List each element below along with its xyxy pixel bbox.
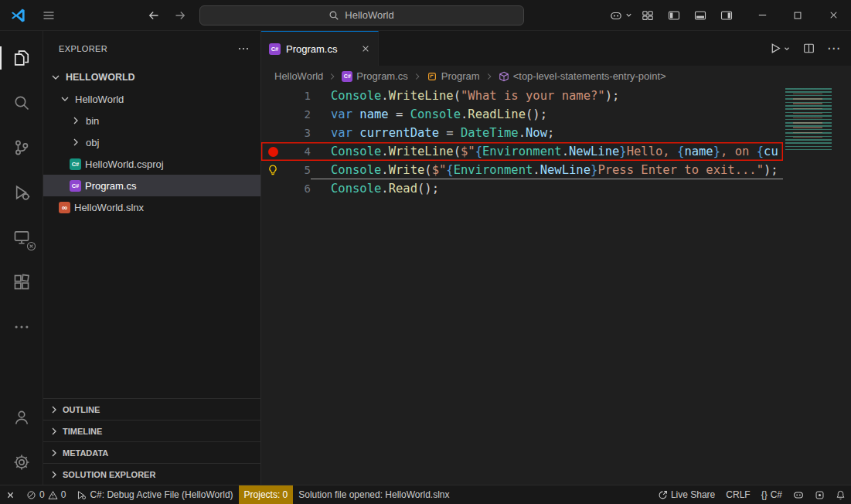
minimap[interactable] — [785, 88, 841, 150]
section-outline[interactable]: OUTLINE — [43, 398, 260, 420]
file-tree: HELLOWORLD HelloWorld bin obj C# HelloWo… — [43, 66, 260, 398]
csproj-file-icon: C# — [70, 158, 81, 170]
settings-gear-icon[interactable] — [0, 440, 43, 485]
chevron-right-icon — [412, 71, 423, 82]
tree-item-workspace-root[interactable]: HELLOWORLD — [43, 66, 260, 88]
run-debug-icon[interactable] — [0, 170, 43, 215]
close-button[interactable] — [815, 0, 851, 31]
tree-item-program-cs-file[interactable]: C# Program.cs — [43, 175, 260, 196]
breadcrumb-file[interactable]: C# Program.cs — [342, 70, 407, 82]
glyph-margin — [261, 87, 284, 105]
debug-icon — [77, 490, 87, 500]
code-line-4[interactable]: 4Console.WriteLine($"{Environment.NewLin… — [261, 142, 783, 161]
csharp-file-icon: C# — [269, 43, 281, 55]
tree-item-bin-folder[interactable]: bin — [43, 110, 260, 131]
solution-file-icon: ∞ — [59, 202, 70, 213]
explorer-icon[interactable] — [0, 36, 43, 80]
source-control-icon[interactable] — [0, 125, 43, 170]
tree-item-obj-folder[interactable]: obj — [43, 131, 260, 153]
title-bar: HelloWorld — [0, 0, 851, 31]
remote-indicator[interactable] — [0, 485, 21, 504]
code-text: var name = Console.ReadLine(); — [311, 105, 783, 124]
split-editor-icon[interactable] — [803, 43, 815, 54]
copilot-status[interactable] — [788, 485, 809, 504]
explorer-more-actions-icon[interactable] — [237, 43, 250, 55]
window-controls — [744, 0, 851, 31]
search-icon[interactable] — [0, 80, 43, 125]
remote-icon — [5, 490, 15, 500]
live-share-button[interactable]: Live Share — [652, 485, 720, 504]
remote-explorer-icon[interactable] — [0, 215, 43, 260]
glyph-margin — [261, 124, 284, 142]
vscode-window: HelloWorld — [0, 0, 851, 504]
accounts-icon[interactable] — [0, 395, 43, 440]
symbol-namespace-cube-icon — [499, 71, 509, 82]
section-timeline[interactable]: TIMELINE — [43, 420, 260, 441]
debug-status[interactable]: C#: Debug Active File (HelloWorld) — [71, 485, 238, 504]
code-editor[interactable]: 1Console.WriteLine("What is your name?")… — [261, 87, 851, 485]
chevron-right-icon — [48, 468, 60, 481]
code-line-2[interactable]: 2var name = Console.ReadLine(); — [261, 105, 783, 124]
close-tab-icon[interactable] — [361, 44, 370, 53]
glyph-margin — [261, 105, 284, 124]
code-text: var currentDate = DateTime.Now; — [311, 124, 783, 142]
breadcrumb-class[interactable]: Program — [427, 70, 480, 82]
activity-bar — [0, 31, 43, 485]
line-number: 3 — [284, 124, 311, 142]
command-center-search[interactable]: HelloWorld — [199, 5, 524, 26]
eol-indicator[interactable]: CRLF — [720, 485, 755, 504]
code-line-3[interactable]: 3var currentDate = DateTime.Now; — [261, 124, 783, 142]
chevron-right-icon — [48, 404, 60, 416]
chevron-right-icon — [70, 114, 82, 127]
line-number: 1 — [284, 87, 311, 105]
toggle-panel-icon[interactable] — [687, 4, 713, 27]
problems-indicator[interactable]: 0 0 — [21, 485, 71, 504]
forward-icon[interactable] — [167, 4, 193, 27]
editor-more-actions-icon[interactable]: ⋯ — [827, 42, 840, 55]
code-line-6[interactable]: 6Console.Read(); — [261, 179, 783, 198]
tree-item-slnx-file[interactable]: ∞ HelloWorld.slnx — [43, 196, 260, 218]
search-value: HelloWorld — [345, 9, 393, 21]
run-file-button[interactable] — [770, 43, 791, 54]
customize-layout-icon[interactable] — [635, 4, 661, 27]
live-share-icon — [658, 490, 668, 500]
code-text: Console.WriteLine($"{Environment.NewLine… — [311, 142, 783, 161]
code-lines: 1Console.WriteLine("What is your name?")… — [261, 87, 783, 485]
language-mode[interactable]: {} C# — [756, 485, 788, 504]
back-icon[interactable] — [141, 4, 167, 27]
chevron-down-icon — [625, 11, 633, 19]
chevron-down-icon — [59, 93, 71, 105]
minimize-button[interactable] — [744, 0, 780, 31]
extensions-icon[interactable] — [0, 260, 43, 305]
tree-item-csproj-file[interactable]: C# HelloWorld.csproj — [43, 153, 260, 175]
warning-icon — [48, 490, 58, 500]
solution-status[interactable]: Solution file opened: HelloWorld.slnx — [293, 485, 454, 504]
status-bar: 0 0 C#: Debug Active File (HelloWorld) P… — [0, 485, 851, 504]
chevron-down-icon — [783, 45, 791, 53]
chevron-right-icon — [327, 71, 338, 82]
additional-views-icon[interactable] — [0, 305, 43, 349]
code-text: Console.Write($"{Environment.NewLine}Pre… — [311, 161, 783, 179]
lightbulb-icon[interactable] — [261, 161, 284, 179]
tab-bar: C# Program.cs ⋯ — [261, 31, 851, 66]
code-line-1[interactable]: 1Console.WriteLine("What is your name?")… — [261, 87, 783, 105]
maximize-button[interactable] — [780, 0, 815, 31]
line-number: 4 — [284, 142, 311, 161]
code-line-5[interactable]: 5Console.Write($"{Environment.NewLine}Pr… — [261, 161, 783, 179]
breadcrumb-folder[interactable]: HelloWorld — [274, 70, 323, 82]
projects-badge[interactable]: Projects: 0 — [239, 485, 294, 504]
breadcrumb-entry-point[interactable]: <top-level-statements-entry-point> — [499, 70, 666, 82]
breakpoint-icon[interactable] — [261, 142, 284, 161]
toggle-secondary-sidebar-icon[interactable] — [713, 4, 740, 27]
glyph-margin — [261, 179, 284, 198]
chevron-right-icon — [48, 425, 60, 438]
menu-icon[interactable] — [36, 4, 62, 27]
section-solution-explorer[interactable]: SOLUTION EXPLORER — [43, 463, 260, 485]
section-metadata[interactable]: METADATA — [43, 441, 260, 463]
notifications-button[interactable] — [830, 485, 851, 504]
toggle-primary-sidebar-icon[interactable] — [661, 4, 687, 27]
tab-program-cs[interactable]: C# Program.cs — [261, 31, 379, 66]
copilot-menu-button[interactable] — [608, 4, 635, 27]
tree-item-helloworld-folder[interactable]: HelloWorld — [43, 88, 260, 110]
csharp-devkit-status[interactable] — [809, 485, 830, 504]
